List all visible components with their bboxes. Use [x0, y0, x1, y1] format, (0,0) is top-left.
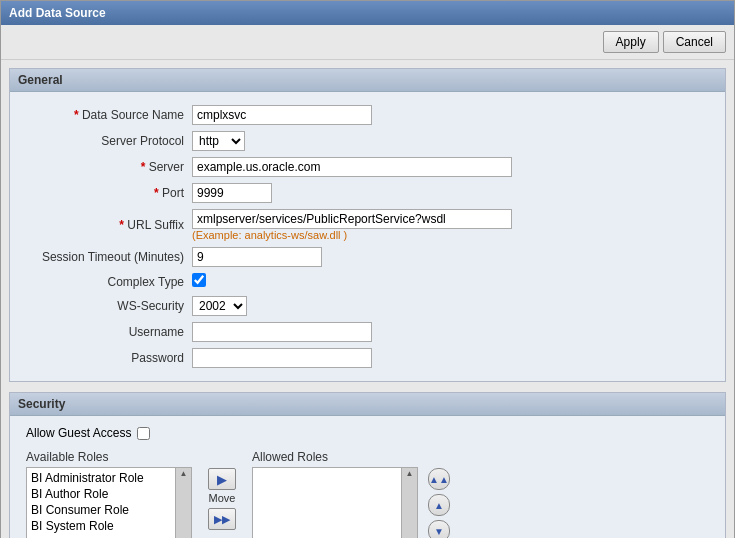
add-data-source-dialog: Add Data Source Apply Cancel General * D…: [0, 0, 735, 538]
security-section: Security Allow Guest Access Available Ro…: [9, 392, 726, 538]
general-section: General * Data Source Name Server Protoc…: [9, 68, 726, 382]
scroll-up-icon[interactable]: ▲: [406, 470, 414, 478]
general-section-body: * Data Source Name Server Protocol http …: [10, 92, 725, 381]
password-row: Password: [18, 345, 717, 371]
url-suffix-row: * URL Suffix (Example: analytics-ws/saw.…: [18, 206, 717, 244]
sort-arrows-group: ▲▲ ▲ ▼: [428, 468, 450, 538]
complex-type-row: Complex Type: [18, 270, 717, 293]
server-label: * Server: [18, 154, 188, 180]
dialog-title: Add Data Source: [1, 1, 734, 25]
session-timeout-row: Session Timeout (Minutes): [18, 244, 717, 270]
available-roles-wrap: BI Administrator Role BI Author Role BI …: [26, 467, 192, 538]
allow-guest-checkbox[interactable]: [137, 427, 150, 440]
dialog-toolbar: Apply Cancel: [1, 25, 734, 60]
port-label: * Port: [18, 180, 188, 206]
complex-type-checkbox[interactable]: [192, 273, 206, 287]
username-label: Username: [18, 319, 188, 345]
available-roles-container: Available Roles BI Administrator Role BI…: [26, 450, 192, 538]
move-buttons-group: ▶ Move ▶▶: [202, 468, 242, 530]
move-top-button[interactable]: ▲▲: [428, 468, 450, 490]
available-roles-label: Available Roles: [26, 450, 192, 464]
apply-button[interactable]: Apply: [603, 31, 659, 53]
allowed-roles-label: Allowed Roles: [252, 450, 418, 464]
move-up-button[interactable]: ▲: [428, 494, 450, 516]
server-protocol-row: Server Protocol http https: [18, 128, 717, 154]
data-source-name-input[interactable]: [192, 105, 372, 125]
available-roles-listbox[interactable]: BI Administrator Role BI Author Role BI …: [26, 467, 176, 538]
password-input[interactable]: [192, 348, 372, 368]
move-down-button[interactable]: ▼: [428, 520, 450, 538]
move-label: Move: [209, 492, 236, 504]
server-input[interactable]: [192, 157, 512, 177]
security-section-body: Allow Guest Access Available Roles BI Ad…: [10, 416, 725, 538]
move-right-button[interactable]: ▶: [208, 468, 236, 490]
content-area: General * Data Source Name Server Protoc…: [1, 60, 734, 538]
data-source-name-row: * Data Source Name: [18, 102, 717, 128]
ws-security-row: WS-Security 2002 2004 None: [18, 293, 717, 319]
allowed-roles-scrollbar: ▲ ▼: [402, 467, 418, 538]
session-timeout-label: Session Timeout (Minutes): [18, 244, 188, 270]
move-all-right-button[interactable]: ▶▶: [208, 508, 236, 530]
server-protocol-select[interactable]: http https: [192, 131, 245, 151]
session-timeout-input[interactable]: [192, 247, 322, 267]
server-row: * Server: [18, 154, 717, 180]
ws-security-label: WS-Security: [18, 293, 188, 319]
url-suffix-input[interactable]: [192, 209, 512, 229]
port-input[interactable]: [192, 183, 272, 203]
username-input[interactable]: [192, 322, 372, 342]
url-suffix-label: * URL Suffix: [18, 206, 188, 244]
roles-area: Available Roles BI Administrator Role BI…: [26, 450, 709, 538]
available-roles-scrollbar: ▲ ▼: [176, 467, 192, 538]
allowed-roles-listbox[interactable]: [252, 467, 402, 538]
allowed-roles-wrap: ▲ ▼: [252, 467, 418, 538]
server-protocol-label: Server Protocol: [18, 128, 188, 154]
ws-security-select[interactable]: 2002 2004 None: [192, 296, 247, 316]
general-section-header: General: [10, 69, 725, 92]
list-item[interactable]: BI Consumer Role: [29, 502, 173, 518]
list-item[interactable]: BI Administrator Role: [29, 470, 173, 486]
cancel-button[interactable]: Cancel: [663, 31, 726, 53]
allowed-roles-container: Allowed Roles ▲ ▼: [252, 450, 418, 538]
port-row: * Port: [18, 180, 717, 206]
complex-type-label: Complex Type: [18, 270, 188, 293]
allow-guest-label: Allow Guest Access: [26, 426, 131, 440]
general-form-table: * Data Source Name Server Protocol http …: [18, 102, 717, 371]
username-row: Username: [18, 319, 717, 345]
allow-guest-row: Allow Guest Access: [26, 426, 709, 440]
list-item[interactable]: BI Author Role: [29, 486, 173, 502]
security-section-header: Security: [10, 393, 725, 416]
password-label: Password: [18, 345, 188, 371]
scroll-up-icon[interactable]: ▲: [180, 470, 188, 478]
url-suffix-example: (Example: analytics-ws/saw.dll ): [192, 229, 713, 241]
data-source-name-label: * Data Source Name: [18, 102, 188, 128]
list-item[interactable]: BI System Role: [29, 518, 173, 534]
